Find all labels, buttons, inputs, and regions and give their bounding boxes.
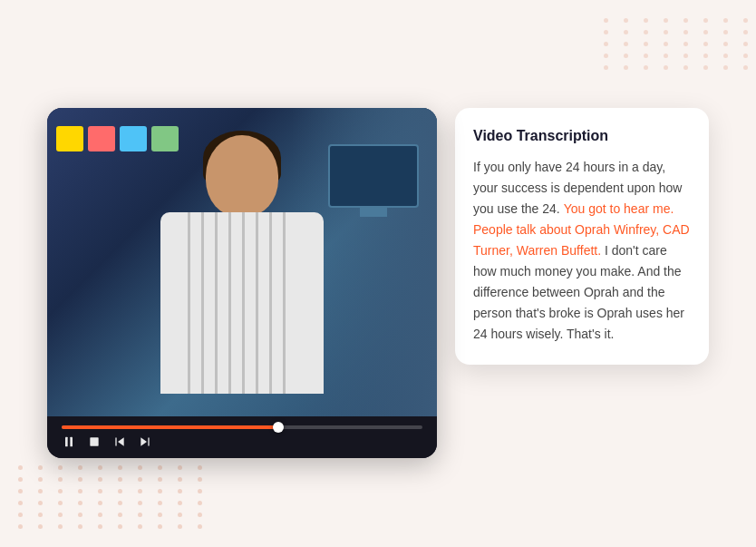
person-shirt	[160, 212, 324, 394]
svg-rect-1	[70, 436, 73, 446]
svg-rect-4	[115, 437, 116, 445]
video-controls	[47, 416, 437, 458]
sticky-red	[88, 126, 115, 151]
svg-rect-2	[90, 437, 98, 445]
progress-bar-fill	[62, 425, 278, 429]
video-player	[47, 108, 437, 458]
person-head	[206, 135, 278, 217]
sticky-yellow	[56, 126, 83, 151]
pause-button[interactable]	[62, 435, 76, 449]
person-figure	[115, 126, 369, 416]
skip-forward-icon	[138, 435, 152, 449]
transcription-text: If you only have 24 hours in a day, your…	[473, 157, 691, 346]
progress-bar-container[interactable]	[62, 425, 422, 429]
stop-icon	[87, 435, 102, 449]
svg-marker-5	[141, 437, 147, 445]
transcription-text-normal-2: I don't care how much money you make. An…	[473, 243, 684, 341]
person-body	[115, 126, 369, 416]
controls-row	[62, 435, 422, 449]
transcription-title: Video Transcription	[473, 128, 691, 144]
skip-back-icon	[112, 435, 127, 449]
svg-rect-0	[65, 436, 68, 446]
main-container: Video Transcription If you only have 24 …	[47, 108, 709, 458]
skip-back-button[interactable]	[112, 435, 127, 449]
video-thumbnail	[47, 108, 437, 416]
svg-marker-3	[118, 437, 124, 445]
dot-grid-top-right	[604, 18, 756, 70]
pause-icon	[62, 435, 76, 449]
dot-grid-bottom-left	[18, 465, 210, 529]
stop-button[interactable]	[87, 435, 102, 449]
skip-forward-button[interactable]	[138, 435, 152, 449]
transcription-card: Video Transcription If you only have 24 …	[455, 108, 709, 366]
svg-rect-6	[148, 437, 149, 445]
